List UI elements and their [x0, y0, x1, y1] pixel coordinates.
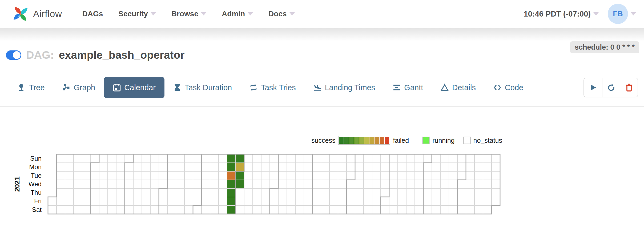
chevron-down-icon	[151, 12, 156, 15]
tab-label: Task Duration	[185, 83, 232, 92]
graph-icon	[62, 84, 70, 92]
tab-landing-times[interactable]: Landing Times	[305, 77, 384, 98]
airflow-pinwheel-icon	[12, 6, 29, 22]
legend-gradient-step	[349, 137, 354, 144]
tab-tree[interactable]: Tree	[9, 77, 54, 98]
legend-gradient-step	[339, 137, 344, 144]
tree-icon	[18, 84, 26, 92]
legend-no-status-swatch	[463, 137, 471, 144]
legend-gradient-step	[385, 137, 389, 144]
trigger-dag-button[interactable]	[584, 78, 602, 97]
menu-label: Browse	[171, 10, 198, 18]
tabbar-divider	[0, 106, 644, 107]
details-icon	[441, 84, 449, 92]
tab-task-duration[interactable]: Task Duration	[164, 77, 241, 98]
hourglass-icon	[173, 84, 181, 92]
avatar: FB	[608, 4, 628, 24]
menu-item-docs[interactable]: Docs	[268, 10, 295, 18]
menu-label: Admin	[222, 10, 245, 18]
tab-code[interactable]: Code	[485, 77, 532, 98]
menu-item-admin[interactable]: Admin	[222, 10, 253, 18]
timezone-selector[interactable]: 10:46 PDT (-07:00)	[524, 10, 599, 18]
navbar-shadow	[0, 28, 644, 41]
menu-item-dags[interactable]: DAGs	[82, 10, 103, 18]
legend-gradient-step	[369, 137, 374, 144]
chevron-down-icon	[631, 12, 636, 15]
clock-label: 10:46 PDT (-07:00)	[524, 10, 591, 18]
dag-header: DAG: example_bash_operator	[6, 48, 644, 62]
tab-label: Tree	[29, 83, 45, 92]
calendar-icon	[113, 84, 121, 92]
calendar-heatmap[interactable]	[47, 154, 501, 215]
dag-prefix: DAG:	[26, 49, 54, 61]
chevron-down-icon	[201, 12, 206, 15]
code-icon	[493, 84, 501, 92]
year-label: 2021	[13, 176, 21, 192]
trash-icon	[625, 84, 633, 92]
tab-calendar[interactable]: Calendar	[104, 77, 164, 98]
day-labels: Sun Mon Tue Wed Thu Fri Sat	[22, 154, 42, 215]
year-column: 2021	[12, 154, 22, 215]
calendar-legend: success failed running no_status	[0, 136, 502, 145]
dag-action-buttons	[583, 78, 638, 97]
toggle-knob	[13, 51, 21, 59]
repeat-icon	[249, 84, 257, 92]
day-label-sat: Sat	[22, 205, 42, 214]
plane-landing-icon	[313, 84, 321, 92]
user-menu[interactable]: FB	[599, 4, 636, 24]
tab-label: Landing Times	[325, 83, 375, 92]
tab-label: Task Tries	[261, 83, 296, 92]
legend-gradient-step	[375, 137, 379, 144]
legend-gradient	[338, 136, 390, 145]
legend-gradient-step	[354, 137, 359, 144]
legend-no-status-label: no_status	[473, 137, 502, 144]
chevron-down-icon	[248, 12, 253, 15]
menu-label: Security	[118, 10, 148, 18]
main-menu: DAGs Security Browse Admin Docs	[82, 10, 295, 18]
legend-gradient-step	[344, 137, 349, 144]
menu-item-security[interactable]: Security	[118, 10, 156, 18]
tab-details[interactable]: Details	[432, 77, 485, 98]
menu-label: Docs	[268, 10, 287, 18]
day-label-thu: Thu	[22, 188, 42, 197]
schedule-badge: schedule: 0 0 * * *	[570, 41, 639, 53]
menu-item-browse[interactable]: Browse	[171, 10, 206, 18]
tab-label: Graph	[74, 83, 95, 92]
menu-label: DAGs	[82, 10, 103, 18]
navbar-right: 10:46 PDT (-07:00) FB	[524, 4, 636, 24]
dag-pause-toggle[interactable]	[6, 50, 21, 60]
page-title: example_bash_operator	[59, 49, 185, 61]
refresh-icon	[607, 84, 615, 92]
chevron-down-icon	[289, 12, 295, 15]
tab-gantt[interactable]: Gantt	[384, 77, 432, 98]
play-icon	[589, 84, 597, 92]
tab-task-tries[interactable]: Task Tries	[241, 77, 305, 98]
tab-label: Code	[505, 83, 523, 92]
tab-label: Details	[452, 83, 476, 92]
tab-graph[interactable]: Graph	[54, 77, 104, 98]
tab-label: Gantt	[404, 83, 423, 92]
dag-view-tabs: Tree Graph Calendar Task Duration Task T…	[9, 77, 638, 98]
legend-running-swatch	[422, 137, 430, 144]
brand-name: Airflow	[33, 9, 62, 19]
refresh-button[interactable]	[602, 78, 620, 97]
tab-label: Calendar	[124, 83, 156, 92]
gantt-bars-icon	[393, 84, 401, 92]
day-label-tue: Tue	[22, 171, 42, 180]
top-navbar: Airflow DAGs Security Browse Admin Docs …	[0, 0, 644, 28]
day-label-mon: Mon	[22, 163, 42, 171]
legend-gradient-step	[364, 137, 369, 144]
day-label-fri: Fri	[22, 197, 42, 205]
legend-gradient-step	[380, 137, 384, 144]
legend-running-label: running	[432, 137, 454, 144]
legend-success-label: success	[311, 137, 335, 144]
delete-dag-button[interactable]	[620, 78, 638, 97]
chevron-down-icon	[593, 12, 599, 15]
calendar-view: 2021 Sun Mon Tue Wed Thu Fri Sat	[12, 154, 644, 215]
day-label-sun: Sun	[22, 154, 42, 163]
legend-failed-label: failed	[393, 137, 409, 144]
legend-gradient-step	[359, 137, 364, 144]
airflow-brand[interactable]: Airflow	[12, 6, 62, 22]
day-label-wed: Wed	[22, 180, 42, 188]
